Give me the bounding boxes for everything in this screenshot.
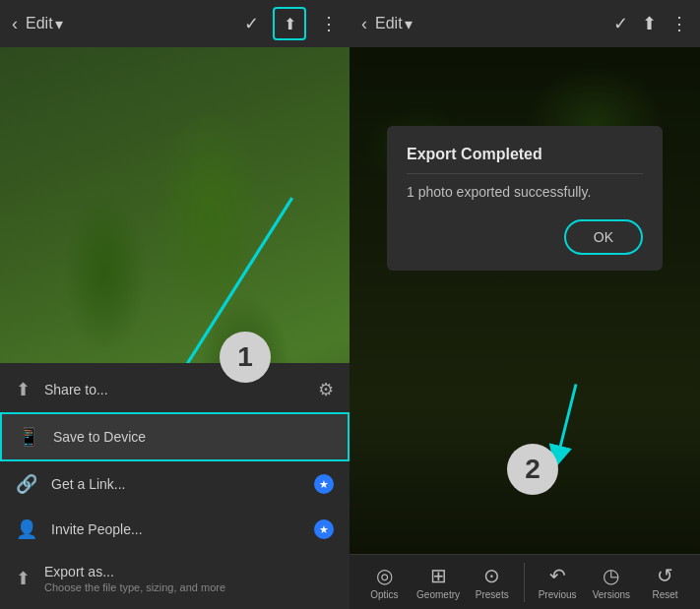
export-as-label: Export as... [44, 564, 334, 579]
toolbar-item-previous[interactable]: ↶ Previous [536, 564, 579, 600]
toolbar-item-versions[interactable]: ◷ Versions [590, 564, 633, 600]
device-icon: 📱 [18, 426, 39, 448]
reset-label: Reset [653, 589, 678, 600]
invite-people-badge: ★ [314, 519, 334, 539]
ok-button[interactable]: OK [564, 219, 643, 255]
presets-label: Presets [476, 589, 509, 600]
check-icon[interactable]: ✓ [244, 13, 259, 34]
share-to-label: Share to... [44, 382, 318, 397]
reset-icon: ↺ [657, 564, 673, 587]
right-edit-menu[interactable]: Edit▾ [375, 15, 413, 33]
versions-label: Versions [593, 589, 630, 600]
right-check-icon[interactable]: ✓ [613, 13, 628, 34]
left-topbar-left: ‹ Edit▾ [12, 14, 63, 34]
versions-icon: ◷ [603, 564, 619, 587]
more-button[interactable]: ⋮ [320, 13, 338, 34]
invite-people-label: Invite People... [51, 521, 314, 537]
right-topbar-right: ✓ ⬆ ⋮ [613, 13, 688, 34]
get-a-link-badge: ★ [314, 474, 334, 494]
export-as-sub: Choose the file type, sizing, and more [44, 581, 334, 593]
invite-people-item[interactable]: 👤 Invite People... ★ [0, 507, 350, 552]
optics-label: Optics [370, 589, 398, 600]
modal-divider [407, 173, 643, 174]
share-to-item[interactable]: ⬆ Share to... ⚙ [0, 367, 350, 412]
back-button[interactable]: ‹ [12, 14, 18, 34]
modal-message: 1 photo exported successfully. [407, 184, 643, 200]
toolbar-item-reset[interactable]: ↺ Reset [644, 564, 687, 600]
previous-icon: ↶ [549, 564, 566, 587]
modal-actions: OK [407, 219, 643, 255]
share-button-highlighted[interactable]: ⬆ [273, 7, 306, 40]
toolbar-item-presets[interactable]: ⊙ Presets [471, 564, 514, 600]
modal-title: Export Completed [407, 146, 643, 163]
get-a-link-item[interactable]: 🔗 Get a Link... ★ [0, 461, 350, 507]
get-a-link-label: Get a Link... [51, 476, 314, 492]
export-icon: ⬆ [16, 568, 31, 589]
right-panel: ‹ Edit▾ ✓ ⬆ ⋮ Export Completed 1 photo e… [350, 0, 700, 609]
person-icon: 👤 [16, 518, 37, 540]
export-as-text: Export as... Choose the file type, sizin… [44, 564, 334, 593]
previous-label: Previous [539, 589, 577, 600]
bottom-toolbar: ◎ Optics ⊞ Geometry ⊙ Presets ↶ Previous… [350, 554, 700, 609]
step-number-2: 2 [507, 444, 558, 495]
left-topbar: ‹ Edit▾ ✓ ⬆ ⋮ [0, 0, 350, 47]
save-to-device-item[interactable]: 📱 Save to Device [0, 412, 350, 461]
geometry-label: Geometry [416, 589, 460, 600]
export-completed-modal: Export Completed 1 photo exported succes… [387, 126, 663, 271]
geometry-icon: ⊞ [430, 564, 447, 587]
right-topbar: ‹ Edit▾ ✓ ⬆ ⋮ [350, 0, 700, 47]
left-topbar-right: ✓ ⬆ ⋮ [244, 7, 338, 40]
optics-icon: ◎ [376, 564, 393, 587]
left-panel: ‹ Edit▾ ✓ ⬆ ⋮ [0, 0, 350, 609]
presets-icon: ⊙ [483, 564, 500, 587]
right-photo-area: Export Completed 1 photo exported succes… [350, 47, 700, 554]
dropdown-menu: ⬆ Share to... ⚙ 📱 Save to Device 🔗 Get a… [0, 363, 350, 609]
share-icon: ⬆ [284, 15, 296, 33]
right-back-button[interactable]: ‹ [361, 14, 367, 34]
toolbar-item-optics[interactable]: ◎ Optics [362, 564, 406, 600]
toolbar-item-geometry[interactable]: ⊞ Geometry [416, 564, 460, 600]
settings-icon[interactable]: ⚙ [318, 379, 334, 400]
link-icon: 🔗 [16, 473, 37, 495]
step-number-1: 1 [220, 332, 271, 383]
share-to-icon: ⬆ [16, 379, 31, 400]
right-topbar-left: ‹ Edit▾ [361, 14, 413, 34]
right-more-button[interactable]: ⋮ [670, 13, 688, 34]
right-share-icon[interactable]: ⬆ [642, 13, 657, 34]
export-as-item[interactable]: ⬆ Export as... Choose the file type, siz… [0, 552, 350, 605]
edit-menu[interactable]: Edit▾ [26, 15, 63, 33]
toolbar-divider [524, 563, 525, 602]
save-to-device-label: Save to Device [53, 429, 332, 445]
